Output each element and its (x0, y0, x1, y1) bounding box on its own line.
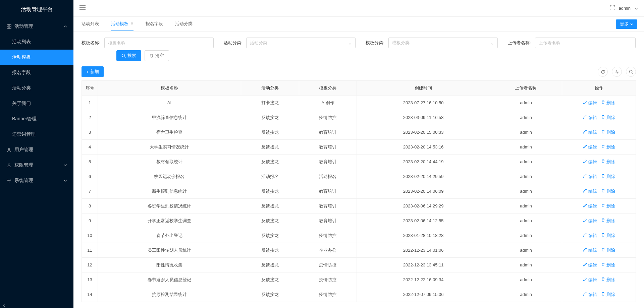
cell-index: 7 (82, 184, 98, 199)
delete-button[interactable]: 删除 (601, 159, 615, 165)
filter-name-input[interactable] (104, 38, 214, 48)
settings-button[interactable] (612, 67, 622, 77)
tabs-more-button[interactable]: 更多 (616, 19, 637, 29)
menu-item[interactable]: 活动分类 (0, 80, 73, 96)
search-button[interactable]: 搜索 (116, 50, 141, 61)
edit-icon (583, 115, 587, 120)
search-icon (121, 54, 126, 58)
tab[interactable]: 报名字段 (146, 17, 163, 31)
cell-template-category: 企业办公 (299, 243, 357, 258)
table-row: 13春节返乡人员信息登记反馈接龙疫情防控2022-12-22 16:09:34a… (82, 272, 636, 287)
table-row: 9开学正常返校学生调查反馈接龙教育培训2023-02-06 14:12:55ad… (82, 213, 636, 228)
edit-button[interactable]: 编辑 (583, 262, 597, 268)
menu-toggle-button[interactable] (79, 5, 86, 11)
delete-button[interactable]: 删除 (601, 129, 615, 135)
cell-index: 13 (82, 272, 98, 287)
app-title: 活动管理平台 (0, 0, 73, 19)
delete-button[interactable]: 删除 (601, 218, 615, 224)
close-icon[interactable]: ✕ (130, 21, 133, 26)
cell-actions: 编辑删除 (562, 228, 636, 243)
menu-group-title[interactable]: 权限管理 (0, 158, 73, 173)
cell-activity-category: 反馈接龙 (241, 125, 299, 140)
delete-button[interactable]: 删除 (601, 247, 615, 253)
cell-uploader: admin (490, 258, 562, 272)
menu-item[interactable]: Banner管理 (0, 111, 73, 127)
fullscreen-button[interactable] (610, 5, 615, 11)
menu-group-title[interactable]: 系统管理 (0, 173, 73, 188)
trash-icon (601, 292, 605, 297)
delete-button[interactable]: 删除 (601, 188, 615, 194)
delete-button[interactable]: 删除 (601, 292, 615, 298)
edit-icon (583, 144, 587, 149)
cell-uploader: admin (490, 199, 562, 213)
cell-template-category: 教育培训 (299, 155, 357, 169)
delete-button[interactable]: 删除 (601, 174, 615, 180)
edit-button[interactable]: 编辑 (583, 218, 597, 224)
tab-label: 活动列表 (82, 21, 99, 27)
trash-icon (601, 100, 605, 105)
cell-activity-category: 活动报名 (241, 169, 299, 184)
cell-uploader: admin (490, 243, 562, 258)
edit-button[interactable]: 编辑 (583, 203, 597, 209)
select-placeholder: 模板分类 (392, 40, 410, 46)
svg-point-8 (629, 70, 632, 73)
column-header: 模板分类 (299, 81, 357, 96)
refresh-button[interactable] (598, 67, 608, 77)
delete-button[interactable]: 删除 (601, 203, 615, 209)
edit-button[interactable]: 编辑 (583, 188, 597, 194)
edit-button[interactable]: 编辑 (583, 129, 597, 135)
cell-created: 2023-02-20 14:53:16 (357, 140, 490, 155)
search-table-button[interactable] (626, 67, 636, 77)
edit-button[interactable]: 编辑 (583, 277, 597, 283)
filter-template-category-select[interactable]: 模板分类 ⌄ (388, 38, 498, 48)
tab[interactable]: 活动分类 (175, 17, 193, 31)
delete-button[interactable]: 删除 (601, 115, 615, 121)
clear-button[interactable]: 清空 (145, 50, 169, 61)
edit-button[interactable]: 编辑 (583, 144, 597, 150)
delete-button[interactable]: 删除 (601, 262, 615, 268)
menu-group-title[interactable]: 活动管理 (0, 19, 73, 34)
table-row: 4大学生实习情况统计反馈接龙教育培训2023-02-20 14:53:16adm… (82, 140, 636, 155)
edit-icon (583, 277, 587, 282)
cell-template-category: 活动报名 (299, 169, 357, 184)
table-row: 8各班学生到校情况统计反馈接龙教育培训2023-02-06 14:29:29ad… (82, 199, 636, 213)
menu-item[interactable]: 活动列表 (0, 34, 73, 50)
filter-uploader-input[interactable] (535, 38, 636, 48)
tab[interactable]: 活动模板✕ (111, 17, 133, 31)
filter-activity-category-select[interactable]: 活动分类 ⌄ (246, 38, 356, 48)
username-label[interactable]: admin (619, 6, 631, 11)
trash-icon (601, 248, 605, 253)
edit-button[interactable]: 编辑 (583, 174, 597, 180)
edit-button[interactable]: 编辑 (583, 292, 597, 298)
edit-icon (583, 233, 587, 238)
sidebar: 活动管理平台 活动管理活动列表活动模板报名字段活动分类关于我们Banner管理违… (0, 0, 73, 308)
delete-button[interactable]: 删除 (601, 100, 615, 106)
edit-button[interactable]: 编辑 (583, 100, 597, 106)
add-button-label: 新增 (90, 69, 99, 75)
edit-button[interactable]: 编辑 (583, 115, 597, 121)
user-menu-toggle[interactable] (635, 6, 638, 11)
edit-button[interactable]: 编辑 (583, 233, 597, 239)
edit-button[interactable]: 编辑 (583, 159, 597, 165)
tabs-bar: 活动列表活动模板✕报名字段活动分类 更多 (73, 17, 644, 32)
table-row: 10春节外出登记反馈接龙疫情防控2023-01-28 10:18:28admin… (82, 228, 636, 243)
menu-item[interactable]: 关于我们 (0, 96, 73, 111)
chevron-down-icon: ⌄ (348, 41, 352, 46)
sidebar-collapse-toggle[interactable] (0, 302, 73, 308)
cell-template-category: 疫情防控 (299, 258, 357, 272)
delete-button[interactable]: 删除 (601, 233, 615, 239)
menu-item[interactable]: 违禁词管理 (0, 127, 73, 142)
column-header: 上传者名称 (490, 81, 562, 96)
tab-label: 活动分类 (175, 21, 193, 27)
menu-item[interactable]: 报名字段 (0, 65, 73, 80)
menu-item[interactable]: 活动模板 (0, 50, 73, 65)
delete-button[interactable]: 删除 (601, 144, 615, 150)
tab[interactable]: 活动列表 (82, 17, 99, 31)
edit-button[interactable]: 编辑 (583, 247, 597, 253)
delete-button[interactable]: 删除 (601, 277, 615, 283)
add-button[interactable]: + 新增 (82, 66, 104, 77)
svg-rect-0 (7, 24, 9, 26)
cell-activity-category: 反馈接龙 (241, 258, 299, 272)
cell-activity-category: 反馈接龙 (241, 184, 299, 199)
menu-group-title[interactable]: 用户管理 (0, 142, 73, 158)
